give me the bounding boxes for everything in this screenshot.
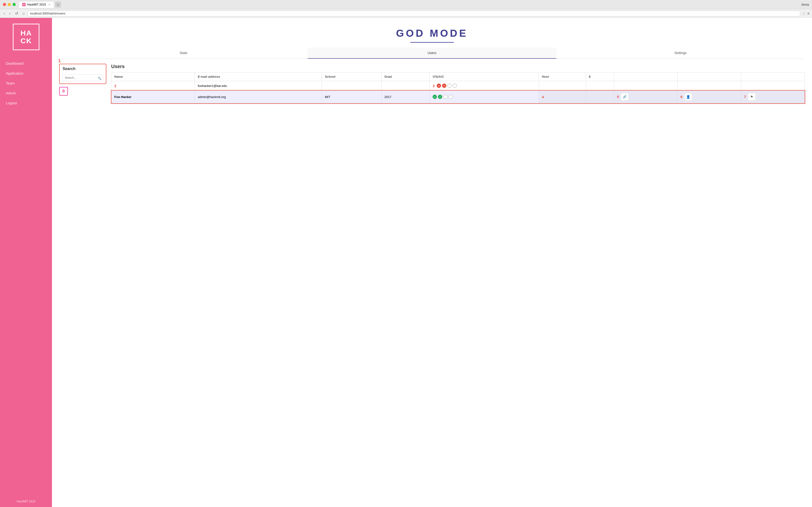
logo-a: A [27, 30, 32, 37]
col-action2 [677, 72, 741, 81]
cell-action2 [677, 81, 741, 91]
flag-button[interactable]: ⚑ [748, 93, 756, 101]
sidebar-item-dashboard[interactable]: Dashboard [0, 58, 52, 68]
logo-h: H [20, 30, 26, 37]
cell-action3: 7 ⚑ [741, 91, 805, 103]
sidebar-nav: Dashboard Application Team Admin Logout [0, 56, 52, 496]
status-circle-v: ✕ [437, 83, 441, 88]
menu-icon[interactable]: ≡ [807, 11, 810, 16]
table-row: Foo Hacker admin@hackmit.org MIT 2017 ✓ … [111, 91, 805, 103]
col-action1 [614, 72, 677, 81]
users-area: Users Name E-mail address School Grad V/… [111, 64, 805, 103]
sidebar-item-admin[interactable]: Admin [0, 88, 52, 98]
status-circle-a-empty [443, 95, 448, 99]
forward-button[interactable]: › [8, 11, 12, 16]
browser-tab[interactable]: H HackMIT 2015 ✕ [18, 1, 54, 8]
bookmark-icon[interactable]: ☆ [802, 11, 806, 16]
annotation-1: 1 [58, 58, 61, 63]
person-button[interactable]: 👤 [684, 93, 692, 101]
cell-grad [382, 81, 430, 91]
status-circle-s: ✕ [442, 83, 446, 88]
address-bar: ‹ › ↺ ⌂ ☆ ≡ [0, 9, 812, 18]
cell-vsac: ✓ ✓ [430, 91, 539, 103]
tabs-container: Stats Users Settings [59, 48, 805, 59]
cell-email: foohacker1@bar.edu [195, 81, 322, 91]
tab-close-icon[interactable]: ✕ [48, 3, 51, 6]
cell-email: admin@hackmit.org [195, 91, 322, 103]
users-section-title: Users [111, 64, 805, 69]
user-name: Jessy [801, 3, 809, 6]
status-circle-a [447, 83, 452, 88]
cell-action1 [614, 81, 677, 91]
logo-box: H A C K [13, 24, 39, 50]
col-host: Host [539, 72, 586, 81]
col-dollar: $ [586, 72, 614, 81]
close-button[interactable] [3, 3, 6, 6]
annotation-5: 5 [617, 95, 619, 99]
table-header-row: Name E-mail address School Grad V/S/A/C … [111, 72, 805, 81]
tab-stats[interactable]: Stats [59, 48, 308, 59]
minimize-button[interactable] [8, 3, 11, 6]
cell-action2: 6 👤 [677, 91, 741, 103]
cell-action3 [741, 81, 805, 91]
cell-dollar [586, 81, 614, 91]
tab-title: HackMIT 2015 [27, 3, 46, 6]
users-table: Name E-mail address School Grad V/S/A/C … [111, 72, 805, 103]
logo-c: C [20, 37, 26, 44]
annotation-7: 7 [744, 95, 746, 99]
col-name: Name [111, 72, 195, 81]
logo-k: K [27, 37, 32, 44]
cell-name: Foo Hacker [111, 91, 195, 103]
col-email: E-mail address [195, 72, 322, 81]
cell-host: 4 [539, 91, 586, 103]
url-input[interactable] [28, 11, 800, 16]
back-button[interactable]: ‹ [2, 11, 6, 16]
col-school: School [322, 72, 382, 81]
app-layout: H A C K Dashboard Application Team Admin… [0, 18, 812, 507]
cell-vsac: 3 ✕ ✕ [430, 81, 539, 91]
annotation-6: 6 [680, 95, 682, 99]
cell-grad: 2017 [382, 91, 430, 103]
link-button[interactable]: 🔗 [621, 93, 628, 101]
col-action3 [741, 72, 805, 81]
sidebar: H A C K Dashboard Application Team Admin… [0, 18, 52, 507]
col-vsac: V/S/A/C [430, 72, 539, 81]
tab-bar: H HackMIT 2015 ✕ + [18, 1, 61, 8]
status-circle-s-check: ✓ [438, 95, 442, 99]
content-area: 1 Search 🔍 0 Users Name [52, 59, 812, 108]
tab-settings[interactable]: Settings [556, 48, 805, 59]
maximize-button[interactable] [12, 3, 16, 6]
sidebar-item-logout[interactable]: Logout [0, 98, 52, 108]
search-box: Search 🔍 [59, 64, 106, 84]
favicon-icon: H [22, 3, 26, 6]
page-header: GOD MODE [52, 18, 812, 48]
sidebar-item-application[interactable]: Application [0, 68, 52, 78]
annotation-2: 2 [114, 84, 116, 88]
status-circle-v-check: ✓ [433, 95, 437, 99]
main-content: GOD MODE Stats Users Settings 1 Search 🔍 [52, 18, 812, 507]
cell-name: 2 [111, 81, 195, 91]
logo-text: H A C K [18, 27, 33, 46]
cell-dollar [586, 91, 614, 103]
home-button[interactable]: ⌂ [21, 11, 26, 16]
search-input-wrapper: 🔍 [60, 73, 106, 83]
new-tab-button[interactable]: + [55, 2, 61, 7]
title-underline [410, 42, 454, 43]
page-title: GOD MODE [57, 27, 807, 39]
sidebar-item-team[interactable]: Team [0, 78, 52, 88]
search-icon: 🔍 [98, 76, 101, 80]
annotation-4: 4 [542, 95, 544, 99]
traffic-lights [3, 3, 16, 6]
table-row: 2 foohacker1@bar.edu 3 ✕ ✕ [111, 81, 805, 91]
status-circle-c-empty [449, 95, 453, 99]
col-grad: Grad [382, 72, 430, 81]
cell-school: MIT [322, 91, 382, 103]
tab-users[interactable]: Users [308, 48, 556, 59]
cell-action1: 5 🔗 [614, 91, 677, 103]
titlebar: H HackMIT 2015 ✕ + Jessy [0, 0, 812, 9]
count-badge: 0 [59, 87, 68, 96]
search-input[interactable] [62, 74, 103, 81]
sidebar-footer: HackMIT 2015 [0, 496, 52, 507]
reload-button[interactable]: ↺ [14, 11, 19, 16]
search-panel: 1 Search 🔍 0 [59, 64, 106, 103]
